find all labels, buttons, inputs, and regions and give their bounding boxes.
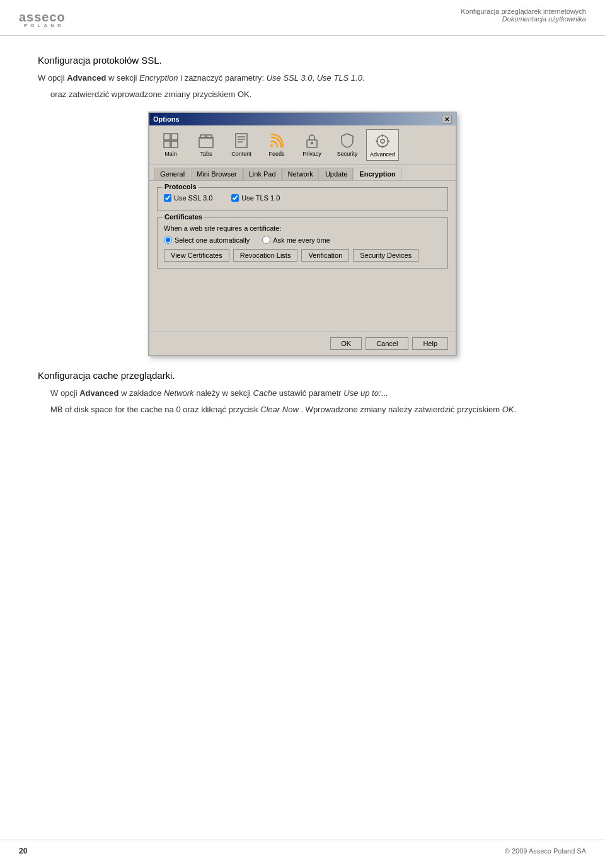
cert-auto-label: Select one automatically — [175, 236, 250, 244]
svg-rect-4 — [164, 141, 170, 148]
dialog-footer: OK Cancel Help — [149, 332, 456, 355]
security-devices-button[interactable]: Security Devices — [353, 249, 418, 262]
svg-rect-5 — [171, 141, 178, 148]
icon-security[interactable]: Security — [331, 129, 364, 161]
s2p2-italic: Clear Now — [260, 405, 299, 414]
tab-update[interactable]: Update — [320, 168, 353, 180]
svg-rect-9 — [236, 134, 247, 148]
svg-point-16 — [377, 136, 388, 147]
cert-auto-item: Select one automatically — [164, 236, 250, 244]
dialog-titlebar: Options ✕ — [149, 113, 456, 125]
s2-prefix: W opcji — [50, 388, 79, 398]
s2p2-ok: OK — [502, 405, 514, 414]
svg-rect-8 — [207, 135, 212, 138]
content-icon — [233, 132, 250, 149]
ssl30-checkbox[interactable] — [164, 194, 171, 202]
nav-right: Dokumentacja użytkownika — [502, 15, 586, 23]
feeds-icon-svg — [268, 132, 285, 149]
ssl30-item: Use SSL 3.0 — [164, 194, 212, 202]
s2-mid: w zakładce — [118, 388, 164, 398]
para1-italic: Encryption — [139, 73, 178, 83]
tab-mini-browser[interactable]: Mini Browser — [191, 168, 243, 180]
s2p2-end: . — [514, 405, 517, 414]
tab-network[interactable]: Network — [282, 168, 319, 180]
svg-rect-7 — [200, 135, 205, 138]
paragraph-2: oraz zatwierdzić wprowadzone zmiany przy… — [50, 88, 567, 101]
cancel-button[interactable]: Cancel — [366, 337, 408, 350]
tab-link-pad[interactable]: Link Pad — [243, 168, 282, 180]
certificates-group: Certificates When a web site requires a … — [157, 217, 448, 269]
para1-bold: Advanced — [67, 73, 106, 83]
icon-feeds[interactable]: Feeds — [260, 129, 293, 161]
icon-advanced[interactable]: Advanced — [366, 129, 399, 161]
verification-button[interactable]: Verification — [301, 249, 349, 262]
icon-feeds-label: Feeds — [268, 151, 284, 157]
nav-left: Konfiguracja przeglądarek internetowych — [461, 8, 586, 15]
privacy-icon — [303, 132, 321, 149]
logo: asseco POLAND — [19, 8, 88, 30]
para1-prefix: W opcji — [38, 73, 67, 83]
svg-text:asseco: asseco — [19, 10, 66, 24]
help-button[interactable]: Help — [412, 337, 448, 350]
para1-comma: , — [312, 73, 316, 83]
page-footer: 20 © 2009 Asseco Poland SA — [0, 840, 605, 855]
svg-point-15 — [311, 142, 313, 144]
cert-auto-radio[interactable] — [164, 236, 172, 244]
dialog-container: Options ✕ Main — [38, 112, 567, 356]
s2-italic1: Network — [164, 388, 194, 398]
view-certificates-button[interactable]: View Certificates — [164, 249, 229, 262]
para1-suffix: i zaznaczyć parametry: — [178, 73, 267, 83]
icon-privacy[interactable]: Privacy — [296, 129, 328, 161]
revocation-lists-button[interactable]: Revocation Lists — [233, 249, 298, 262]
tls10-checkbox[interactable] — [231, 194, 239, 202]
para1-code1: Use SSL 3.0 — [267, 73, 313, 83]
svg-point-13 — [270, 144, 273, 147]
svg-rect-6 — [199, 137, 213, 148]
icon-content[interactable]: Content — [225, 129, 258, 161]
protocols-content: Use SSL 3.0 Use TLS 1.0 — [164, 194, 441, 202]
icon-content-label: Content — [231, 151, 251, 157]
feeds-icon — [268, 132, 285, 149]
svg-rect-2 — [164, 134, 170, 140]
tab-bar: General Mini Browser Link Pad Network Up… — [149, 165, 456, 181]
protocols-label: Protocols — [163, 183, 199, 190]
s2-bold: Advanced — [79, 388, 118, 398]
para1-end: . — [362, 73, 365, 83]
section2-paragraph-1: W opcji Advanced w zakładce Network nale… — [50, 387, 567, 400]
content-icon-svg — [233, 132, 250, 149]
ssl30-label: Use SSL 3.0 — [174, 194, 212, 202]
dialog-close-button[interactable]: ✕ — [442, 115, 452, 124]
protocols-group: Protocols Use SSL 3.0 Use TLS 1.0 — [157, 187, 448, 211]
icon-main-label: Main — [164, 151, 177, 157]
icon-tabs[interactable]: Tabs — [190, 129, 222, 161]
dialog-content: Protocols Use SSL 3.0 Use TLS 1.0 — [149, 181, 456, 332]
s2-end: ... — [381, 388, 388, 398]
s2-italic2: Cache — [253, 388, 277, 398]
protocols-checkboxes: Use SSL 3.0 Use TLS 1.0 — [164, 194, 441, 202]
svg-point-17 — [381, 139, 384, 143]
privacy-icon-svg — [304, 132, 320, 149]
svg-text:POLAND: POLAND — [24, 23, 64, 28]
spacer — [157, 275, 448, 325]
s2p2-suffix: . Wprowadzone zmiany należy zatwierdzić … — [299, 405, 502, 414]
main-icon-svg — [163, 132, 179, 149]
copyright: © 2009 Asseco Poland SA — [505, 847, 586, 855]
s2p2-prefix: MB of disk space for the cache na 0 oraz… — [50, 405, 260, 414]
tls10-label: Use TLS 1.0 — [241, 194, 280, 202]
icon-main[interactable]: Main — [154, 129, 187, 161]
tab-encryption[interactable]: Encryption — [354, 168, 401, 180]
cert-description: When a web site requires a certificate: — [164, 224, 441, 232]
tab-general[interactable]: General — [154, 168, 190, 180]
section2-heading: Konfiguracja cache przeglądarki. — [38, 370, 567, 381]
cert-ask-radio[interactable] — [262, 236, 270, 244]
logo-text: asseco POLAND — [19, 8, 88, 30]
ok-button[interactable]: OK — [330, 337, 362, 350]
para1-code2: Use TLS 1.0 — [317, 73, 362, 83]
logo-svg: asseco POLAND — [19, 8, 88, 28]
section2-paragraph-2: MB of disk space for the cache na 0 oraz… — [50, 403, 567, 416]
tls10-item: Use TLS 1.0 — [231, 194, 280, 202]
page-heading: Konfiguracja protokołów SSL. — [38, 55, 567, 66]
icon-tabs-label: Tabs — [200, 151, 212, 157]
cert-radio-row: Select one automatically Ask me every ti… — [164, 236, 441, 244]
paragraph-1: W opcji Advanced w sekcji Encryption i z… — [38, 72, 567, 84]
